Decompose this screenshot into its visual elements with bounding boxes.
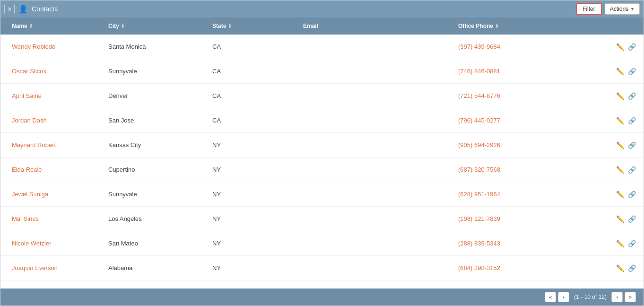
contact-name-link[interactable]: Wendy Robledo (12, 43, 55, 50)
prev-page-button[interactable]: ‹ (558, 292, 569, 302)
contact-name-link[interactable]: Jewel Suniga (12, 191, 48, 198)
cell-state: NY (209, 240, 303, 247)
edit-icon[interactable]: ✏️ (616, 68, 624, 75)
cell-row-actions: ✏️ 🔗 (616, 215, 644, 223)
edit-icon[interactable]: ✏️ (616, 92, 624, 100)
cell-state: NY (209, 141, 303, 149)
cell-city: San Jose (104, 117, 209, 124)
cell-phone: (721) 544-8776 (454, 92, 616, 99)
app-window: ✕ 👤 Contacts Filter Actions ▼ Name ▲▼ Ci… (0, 0, 644, 306)
link-icon[interactable]: 🔗 (628, 240, 636, 247)
cell-city: San Mateo (104, 240, 209, 247)
cell-name: Joaquin Everson (0, 264, 104, 271)
edit-icon[interactable]: ✏️ (616, 166, 624, 174)
pagination-info: (1 - 10 of 12) (574, 294, 607, 300)
title-bar: ✕ 👤 Contacts Filter Actions ▼ (0, 0, 644, 17)
link-icon[interactable]: 🔗 (628, 117, 636, 124)
edit-icon[interactable]: ✏️ (616, 191, 624, 198)
table-row: Nicole Wetzler San Mateo NY (288) 839-53… (0, 231, 644, 256)
edit-icon[interactable]: ✏️ (616, 264, 624, 272)
contact-name-link[interactable]: Nicole Wetzler (12, 240, 52, 247)
cell-state: CA (209, 117, 303, 124)
cell-state: NY (209, 166, 303, 173)
cell-city: Kansas City (104, 141, 209, 149)
cell-phone: (746) 846-0881 (454, 68, 616, 75)
col-header-email: Email (303, 23, 454, 29)
cell-row-actions: ✏️ 🔗 (616, 43, 644, 51)
page-title: Contacts (32, 5, 58, 13)
cell-phone: (796) 445-0277 (454, 117, 616, 124)
contact-name-link[interactable]: Maynard Robert (12, 141, 56, 149)
contact-name-link[interactable]: Joaquin Everson (12, 264, 58, 271)
cell-phone: (288) 839-5343 (454, 240, 616, 247)
table-row: Jordan Dash San Jose CA (796) 445-0277 ✏… (0, 108, 644, 133)
table-row: Joaquin Everson Alabama NY (684) 398-315… (0, 256, 644, 280)
footer: « ‹ (1 - 10 of 12) › » (0, 289, 644, 306)
link-icon[interactable]: 🔗 (628, 166, 636, 174)
cell-row-actions: ✏️ 🔗 (616, 141, 644, 149)
edit-icon[interactable]: ✏️ (616, 240, 624, 247)
col-header-name[interactable]: Name ▲▼ (0, 23, 104, 29)
cell-row-actions: ✏️ 🔗 (616, 166, 644, 174)
cell-name: Elda Reale (0, 166, 104, 173)
cell-name: April Saine (0, 92, 104, 99)
first-page-button[interactable]: « (545, 292, 556, 302)
cell-row-actions: ✏️ 🔗 (616, 92, 644, 100)
col-header-state[interactable]: State ▲▼ (209, 23, 303, 29)
last-page-button[interactable]: » (625, 292, 636, 302)
contact-name-link[interactable]: Mai Sines (12, 215, 39, 222)
filter-button[interactable]: Filter (576, 3, 602, 15)
edit-icon[interactable]: ✏️ (616, 117, 624, 124)
cell-row-actions: ✏️ 🔗 (616, 68, 644, 75)
close-button[interactable]: ✕ (4, 4, 15, 14)
link-icon[interactable]: 🔗 (628, 92, 636, 100)
table-row: Jewel Suniga Sunnyvale NY (628) 951-1964… (0, 182, 644, 207)
cell-row-actions: ✏️ 🔗 (616, 264, 644, 272)
contact-name-link[interactable]: Elda Reale (12, 166, 42, 173)
link-icon[interactable]: 🔗 (628, 43, 636, 51)
edit-icon[interactable]: ✏️ (616, 215, 624, 223)
actions-button[interactable]: Actions ▼ (605, 3, 640, 15)
link-icon[interactable]: 🔗 (628, 191, 636, 198)
title-bar-left: ✕ 👤 Contacts (4, 4, 576, 14)
cell-state: NY (209, 215, 303, 222)
cell-city: Sunnyvale (104, 68, 209, 75)
col-header-phone[interactable]: Office Phone ▲▼ (454, 23, 558, 29)
table-body: Wendy Robledo Santa Monica CA (397) 439-… (0, 35, 644, 289)
cell-city: Alabama (104, 264, 209, 271)
cell-state: CA (209, 68, 303, 75)
edit-icon[interactable]: ✏️ (616, 141, 624, 149)
link-icon[interactable]: 🔗 (628, 68, 636, 75)
link-icon[interactable]: 🔗 (628, 215, 636, 223)
cell-row-actions: ✏️ 🔗 (616, 240, 644, 247)
cell-state: CA (209, 92, 303, 99)
next-page-button[interactable]: › (611, 292, 623, 302)
edit-icon[interactable]: ✏️ (616, 43, 624, 51)
cell-name: Mai Sines (0, 215, 104, 222)
sort-icon-phone: ▲▼ (495, 23, 499, 28)
table-row: Elda Reale Cupertino NY (687) 320-7568 ✏… (0, 157, 644, 182)
contacts-icon: 👤 (18, 5, 28, 14)
table-header: Name ▲▼ City ▲▼ State ▲▼ Email Office Ph… (0, 17, 644, 35)
table-row: Oscar Silcox Sunnyvale CA (746) 846-0881… (0, 59, 644, 84)
table-row: Mai Sines Los Angeles NY (198) 121-7839 … (0, 207, 644, 231)
link-icon[interactable]: 🔗 (628, 141, 636, 149)
col-header-city[interactable]: City ▲▼ (104, 23, 209, 29)
sort-icon-state: ▲▼ (228, 23, 232, 28)
cell-row-actions: ✏️ 🔗 (616, 117, 644, 124)
contact-name-link[interactable]: Oscar Silcox (12, 68, 46, 75)
link-icon[interactable]: 🔗 (628, 264, 636, 272)
cell-phone: (397) 439-9684 (454, 43, 616, 50)
cell-phone: (684) 398-3152 (454, 264, 616, 271)
cell-name: Wendy Robledo (0, 43, 104, 50)
table-row: Maynard Robert Kansas City NY (905) 694-… (0, 133, 644, 157)
contact-name-link[interactable]: April Saine (12, 92, 42, 99)
cell-name: Jewel Suniga (0, 191, 104, 198)
cell-row-actions: ✏️ 🔗 (616, 191, 644, 198)
sort-icon-city: ▲▼ (121, 23, 125, 28)
table-row: April Saine Denver CA (721) 544-8776 ✏️ … (0, 84, 644, 108)
cell-city: Sunnyvale (104, 191, 209, 198)
sort-icon-name: ▲▼ (29, 23, 33, 28)
cell-phone: (687) 320-7568 (454, 166, 616, 173)
contact-name-link[interactable]: Jordan Dash (12, 117, 47, 124)
